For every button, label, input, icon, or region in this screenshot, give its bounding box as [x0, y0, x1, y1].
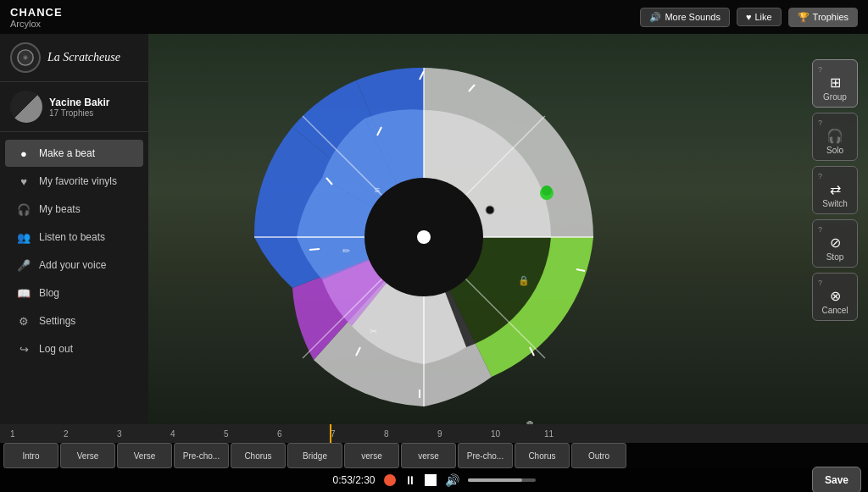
pause-button[interactable]: ⏸: [404, 473, 416, 487]
switch-icon: ⇄: [830, 183, 841, 196]
sidebar-item-my-beats[interactable]: 🎧 My beats: [5, 196, 143, 223]
segment-pre-cho2[interactable]: Pre-cho...: [458, 443, 513, 468]
sidebar-nav: ● Make a beat ♥ My favorite vinyls 🎧 My …: [0, 132, 148, 424]
sidebar-item-add-voice[interactable]: 🎤 Add your voice: [5, 252, 143, 279]
nav-label-make-a-beat: Make a beat: [39, 147, 95, 159]
sidebar-item-settings[interactable]: ⚙ Settings: [5, 307, 143, 334]
right-controls: ? ⊞ Group ? 🎧 Solo ? ⇄ Switch ? ⊘ Stop ?: [812, 59, 858, 321]
sidebar-item-make-a-beat[interactable]: ● Make a beat: [5, 140, 143, 167]
mark-6: 6: [277, 429, 282, 439]
time-display: 0:53/2:30: [332, 474, 375, 486]
playback-controls: 0:53/2:30 ⏸ 🔊 Save: [0, 468, 868, 492]
bottom-bar: 1 2 3 4 5 6 7 8 9 10 11 IntroVerseVerseP…: [0, 424, 868, 492]
nav-icon-my-beats: 🎧: [17, 202, 31, 216]
more-sounds-button[interactable]: 🔊 More Sounds: [640, 8, 729, 27]
cancel-button[interactable]: ? ⊗ Cancel: [812, 273, 858, 321]
nav-label-blog: Blog: [39, 287, 59, 299]
segment-chorus1[interactable]: Chorus: [231, 443, 286, 468]
nav-icon-listen-beats: 👥: [17, 230, 31, 244]
segment-intro[interactable]: Intro: [3, 443, 58, 468]
sidebar-item-logout[interactable]: ↪ Log out: [5, 335, 143, 362]
segment-pre-cho1[interactable]: Pre-cho...: [174, 443, 229, 468]
heart-icon: ♥: [746, 12, 752, 22]
mark-1: 1: [10, 429, 15, 439]
nav-label-listen-beats: Listen to beats: [39, 231, 105, 243]
svg-text:✂: ✂: [370, 326, 377, 336]
segment-chorus2[interactable]: Chorus: [515, 443, 570, 468]
mark-9: 9: [437, 429, 442, 439]
save-button[interactable]: Save: [812, 467, 861, 492]
headphones-icon: 🎧: [826, 130, 843, 143]
solo-button[interactable]: ? 🎧 Solo: [812, 113, 858, 161]
stop-button[interactable]: ? ⊘ Stop: [812, 219, 858, 268]
user-trophies: 17 Trophies: [49, 108, 109, 118]
track-artist: Arcylox: [10, 19, 63, 29]
trophies-button[interactable]: 🏆 Trophies: [788, 8, 858, 27]
vinyl-icon: [16, 48, 35, 67]
nav-icon-settings: ⚙: [17, 314, 31, 328]
svg-point-2: [25, 57, 26, 58]
nav-label-logout: Log out: [39, 343, 73, 355]
segment-verse1[interactable]: Verse: [60, 443, 115, 468]
sidebar-item-favorite-vinyls[interactable]: ♥ My favorite vinyls: [5, 168, 143, 195]
sidebar: La Scratcheuse Yacine Bakir 17 Trophies …: [0, 34, 148, 424]
wheel-container: 🗑 🔒 ≡ ✏ ✂ 🗑: [225, 38, 623, 424]
mark-10: 10: [491, 429, 500, 439]
switch-button[interactable]: ? ⇄ Switch: [812, 166, 858, 214]
sidebar-item-blog[interactable]: 📖 Blog: [5, 279, 143, 307]
svg-text:🔒: 🔒: [518, 274, 530, 286]
user-name: Yacine Bakir: [49, 97, 109, 108]
nav-label-my-beats: My beats: [39, 203, 81, 215]
main-area: La Scratcheuse Yacine Bakir 17 Trophies …: [0, 34, 868, 424]
content-area: 🗑 🔒 ≡ ✏ ✂ 🗑 ? ⊞ Group ? 🎧 Solo ?: [148, 34, 868, 424]
mark-8: 8: [384, 429, 389, 439]
track-title: CHANCE: [10, 6, 63, 19]
topbar-left: CHANCE Arcylox: [10, 6, 63, 29]
beat-wheel[interactable]: 🗑 🔒 ≡ ✏ ✂ 🗑: [229, 42, 619, 424]
segments-row: IntroVerseVersePre-cho...ChorusBridgever…: [0, 443, 868, 468]
nav-icon-add-voice: 🎤: [17, 258, 31, 272]
sidebar-item-listen-beats[interactable]: 👥 Listen to beats: [5, 224, 143, 251]
like-button[interactable]: ♥ Like: [737, 8, 782, 26]
mark-5: 5: [224, 429, 229, 439]
nav-label-favorite-vinyls: My favorite vinyls: [39, 175, 117, 187]
svg-text:✏: ✏: [342, 246, 351, 256]
nav-icon-favorite-vinyls: ♥: [17, 174, 31, 188]
mark-2: 2: [64, 429, 69, 439]
nav-label-add-voice: Add your voice: [39, 259, 106, 271]
stop-icon: ⊘: [830, 236, 841, 250]
record-button[interactable]: [384, 474, 396, 486]
logo-area: La Scratcheuse: [0, 34, 148, 82]
segment-bridge[interactable]: Bridge: [287, 443, 342, 468]
segment-verse3[interactable]: verse: [344, 443, 399, 468]
avatar: [10, 91, 42, 123]
logo-disc: [10, 42, 41, 73]
group-button[interactable]: ? ⊞ Group: [812, 59, 858, 108]
svg-text:≡: ≡: [375, 185, 380, 195]
cancel-icon: ⊗: [830, 290, 841, 303]
nav-icon-blog: 📖: [17, 286, 31, 300]
svg-point-28: [486, 206, 494, 214]
mark-11: 11: [544, 429, 554, 439]
speaker-icon: 🔊: [649, 12, 661, 23]
topbar: CHANCE Arcylox 🔊 More Sounds ♥ Like 🏆 Tr…: [0, 0, 868, 34]
user-profile: Yacine Bakir 17 Trophies: [0, 82, 148, 132]
svg-point-16: [417, 230, 431, 244]
svg-line-21: [309, 249, 320, 250]
segment-outro[interactable]: Outro: [571, 443, 626, 468]
volume-fill: [468, 478, 522, 482]
mark-3: 3: [117, 429, 122, 439]
topbar-actions: 🔊 More Sounds ♥ Like 🏆 Trophies: [640, 8, 858, 27]
avatar-image: [10, 91, 42, 123]
timeline[interactable]: 1 2 3 4 5 6 7 8 9 10 11: [0, 424, 868, 443]
segment-verse4[interactable]: verse: [401, 443, 456, 468]
volume-slider[interactable]: [468, 478, 536, 482]
group-icon: ⊞: [830, 76, 841, 90]
nav-icon-make-a-beat: ●: [17, 146, 31, 160]
nav-label-settings: Settings: [39, 315, 75, 327]
trophy-icon: 🏆: [798, 12, 810, 23]
volume-icon: 🔊: [445, 473, 459, 487]
nav-icon-logout: ↪: [17, 342, 31, 356]
segment-verse2[interactable]: Verse: [117, 443, 172, 468]
stop-playback-button[interactable]: [425, 474, 437, 486]
